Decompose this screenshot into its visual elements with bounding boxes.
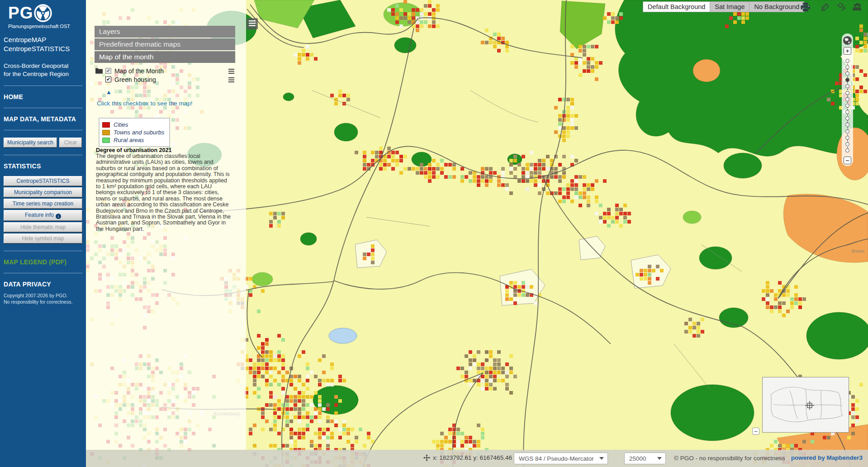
layer-tree: ✔ Map of the Month ✔ Green housing: [95, 67, 236, 84]
legend-swatch-towns: [102, 130, 110, 135]
measure-icon[interactable]: [820, 2, 830, 12]
users-icon[interactable]: [852, 2, 863, 12]
legend-row: Cities: [102, 121, 166, 129]
move-icon: [423, 454, 430, 461]
sidebar-item-map-data[interactable]: MAP DATA, METADATA: [0, 115, 86, 123]
copyright-line: No responsibility for correctness.: [4, 299, 82, 305]
tab-sat-image[interactable]: Sat Image: [710, 2, 749, 12]
layer-group-row: ✔ Map of the Month: [95, 67, 236, 75]
legend-row: Rural areas: [102, 136, 166, 144]
tab-no-background[interactable]: No Background: [749, 2, 804, 12]
status-bar: x: 1823792.61 y: 6167465.46 WGS 84 / Pse…: [86, 450, 868, 467]
accordion-layers[interactable]: Layers: [95, 26, 235, 38]
sketch-icon[interactable]: [836, 2, 847, 12]
tab-default-background[interactable]: Default Background: [643, 2, 710, 12]
layer-group-label: Map of the Month: [114, 67, 164, 75]
map-description-title: Degree of urbanisation 2021: [96, 147, 171, 153]
logo-caption: Planungsgemeinschaft OST: [8, 24, 81, 29]
legend-swatch-cities: [102, 122, 110, 128]
zoom-stop[interactable]: [845, 91, 849, 95]
zoom-stop[interactable]: [845, 129, 849, 133]
pane-toggle-button[interactable]: [247, 18, 258, 29]
statistics-heading: STATISTICS: [0, 162, 86, 170]
zoom-stop[interactable]: [845, 148, 849, 152]
tagline-line: for the Centrope Region: [4, 70, 81, 78]
legend-label: Rural areas: [114, 137, 144, 143]
map-town-label: Enzers: [852, 249, 865, 253]
srs-value: WGS 84 / Pseudo-Mercator: [519, 455, 594, 462]
layer-checkbox[interactable]: ✔: [105, 76, 111, 82]
centropestatistics-button[interactable]: CentropeSTATISTICS: [4, 176, 82, 186]
municipality-comparison-button[interactable]: Municipality comparison: [4, 187, 82, 197]
zoom-stop[interactable]: [845, 84, 849, 88]
scale-select[interactable]: 25000: [624, 453, 666, 464]
zoom-slider[interactable]: [845, 57, 849, 154]
zoom-stop[interactable]: [845, 59, 849, 63]
divider: [4, 273, 82, 273]
info-icon: i: [56, 214, 61, 219]
overview-map[interactable]: [762, 377, 849, 433]
chevron-down-icon: [657, 457, 662, 460]
zoom-stop[interactable]: [845, 123, 849, 127]
checkbox-hint-text: Click this checkbox to see the map!: [97, 100, 193, 107]
legend-swatch-rural: [102, 138, 110, 143]
divider: [4, 155, 82, 155]
map-legend-box: Cities Towns and suburbs Rural areas: [99, 118, 170, 147]
map-legend-pdf-link[interactable]: MAP LEGEND (PDF): [0, 258, 86, 266]
zoom-out-button[interactable]: −: [844, 157, 851, 164]
layer-menu-icon[interactable]: [228, 76, 234, 84]
feature-info-button[interactable]: Feature infoi: [4, 210, 82, 221]
srs-select[interactable]: WGS 84 / Pseudo-Mercator: [514, 453, 608, 464]
zoom-in-button[interactable]: +: [844, 47, 851, 55]
zoom-stop[interactable]: [845, 142, 849, 146]
hamburger-icon: [249, 20, 256, 28]
hide-symbol-button: Hide symbol map: [4, 234, 82, 243]
zoom-stop[interactable]: [845, 65, 849, 69]
zoom-stop[interactable]: [845, 116, 849, 120]
time-series-button[interactable]: Time series map creation: [4, 199, 82, 209]
site-tagline: Cross-Border Geoportal for the Centrope …: [0, 54, 86, 78]
background-switcher: Default Background Sat Image No Backgrou…: [643, 1, 804, 12]
zoom-stop[interactable]: [845, 104, 849, 108]
coordinates-display: x: 1823792.61 y: 6167465.46: [423, 454, 512, 461]
divider: [4, 251, 82, 251]
municipality-search-button[interactable]: Municipality search: [4, 138, 57, 148]
site-title-line: CentropeMAP: [4, 35, 81, 44]
divider: [4, 86, 82, 86]
coordinates-value: x: 1823792.61 y: 6167465.46: [433, 454, 512, 461]
layer-label: Green housing: [114, 76, 156, 83]
layers-side-pane: Layers Predefined thematic maps Map of t…: [86, 0, 246, 450]
folder-icon: [95, 68, 103, 74]
site-title-line: CentropeSTATISTICS: [4, 44, 81, 53]
overview-collapse-button[interactable]: –: [752, 428, 759, 435]
zoom-stop[interactable]: [845, 97, 849, 101]
pgo-logo[interactable]: PG Planungsgemeinschaft OST: [0, 0, 86, 29]
legend-row: Towns and suburbs: [102, 129, 166, 136]
pane-accordion: Layers Predefined thematic maps Map of t…: [95, 26, 235, 64]
accordion-map-of-month[interactable]: Map of the month: [95, 51, 235, 63]
globe-icon[interactable]: [843, 36, 852, 45]
powered-by-link[interactable]: powered by Mapbender3: [791, 454, 863, 461]
zoom-stop[interactable]: [845, 78, 849, 82]
layer-menu-icon[interactable]: [228, 68, 234, 75]
divider: [4, 130, 82, 130]
site-title: CentropeMAP CentropeSTATISTICS: [0, 29, 86, 54]
zoom-stop[interactable]: [845, 136, 849, 140]
zoom-stop[interactable]: [845, 110, 849, 114]
sidebar-item-home[interactable]: HOME: [0, 93, 86, 100]
accordion-thematic-maps[interactable]: Predefined thematic maps: [95, 38, 235, 50]
layer-row: ✔ Green housing: [95, 75, 236, 84]
legend-label: Cities: [114, 121, 128, 128]
sidebar-item-data-privacy[interactable]: DATA PRIVACY: [0, 281, 86, 288]
divider: [4, 108, 82, 108]
collapse-arrow-icon[interactable]: ▲: [106, 89, 112, 95]
main-sidebar: PG Planungsgemeinschaft OST CentropeMAP …: [0, 0, 86, 467]
zoom-stop[interactable]: [845, 71, 849, 76]
chevron-down-icon: [599, 457, 604, 460]
hide-thematic-button: Hide thematic map: [4, 222, 82, 232]
legend-label: Towns and suburbs: [114, 129, 164, 136]
print-icon[interactable]: [800, 2, 811, 12]
logo-text: PG: [8, 4, 33, 23]
group-checkbox[interactable]: ✔: [105, 68, 111, 74]
copyright-line: Copyright 2007-2026 by PGO.: [4, 292, 82, 299]
